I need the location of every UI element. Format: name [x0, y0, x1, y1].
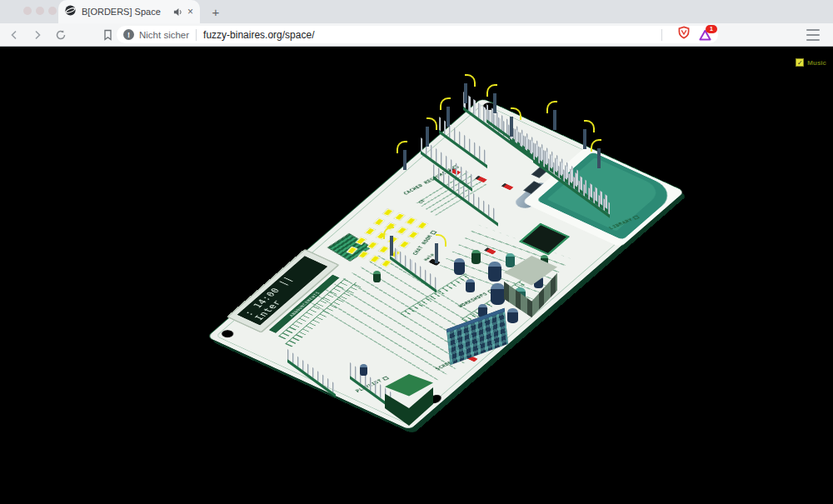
divider — [661, 29, 662, 41]
pin-yellow-wire — [403, 150, 407, 170]
capacitor — [507, 308, 518, 323]
tab-audio-speaker-icon[interactable] — [173, 7, 182, 17]
pin-yellow-wire — [553, 110, 556, 130]
extension-badge: 1 — [706, 25, 717, 33]
not-secure-warning-icon[interactable]: ! — [123, 29, 134, 40]
pin-yellow-wire — [510, 117, 513, 137]
window-close-button[interactable] — [23, 7, 32, 15]
pin-yellow-wire — [583, 129, 586, 149]
pin-yellow-wire — [446, 107, 450, 127]
pin-yellow-wire — [597, 148, 601, 168]
pin-yellow-wire — [426, 127, 429, 147]
pin-yellow-wire — [390, 236, 393, 256]
active-tab[interactable]: B[ORDERS] Space × — [58, 0, 200, 23]
window-zoom-button[interactable] — [48, 7, 57, 15]
tab-close-icon[interactable]: × — [187, 7, 193, 17]
capacitor — [488, 262, 501, 282]
bookmark-icon[interactable] — [98, 26, 117, 44]
extension-triangle-icon[interactable]: 1 — [699, 29, 711, 41]
mounting-hole — [219, 328, 236, 338]
pin-yellow-wire — [493, 93, 496, 113]
tab-favicon-globe-icon — [65, 4, 76, 19]
capacitor — [506, 253, 515, 267]
red-led — [501, 183, 514, 190]
tab-title: B[ORDERS] Space — [82, 7, 173, 17]
pin-yellow-wire — [464, 83, 467, 103]
back-button[interactable] — [5, 26, 23, 44]
menu-hamburger-icon[interactable] — [806, 29, 820, 41]
security-label: Nicht sicher — [139, 30, 189, 40]
pcb-board[interactable]: : 14:00 || Inter ANNOUNCEMENTS CACHED RE… — [207, 98, 684, 430]
capacitor — [360, 364, 367, 376]
webgl-scene[interactable]: Music : 14:00 || Inter ANNOUNCEMENTS CAC… — [0, 47, 833, 504]
window-minimize-button[interactable] — [36, 7, 44, 15]
music-checkbox-checked-icon[interactable] — [796, 58, 804, 67]
capacitor — [491, 283, 505, 305]
new-tab-button[interactable]: + — [207, 2, 225, 21]
browser-toolbar: ! Nicht sicher fuzzy-binaires.org/space/… — [0, 23, 833, 47]
tab-bar: B[ORDERS] Space × + — [0, 0, 833, 23]
url-text[interactable]: fuzzy-binaires.org/space/ — [203, 29, 655, 41]
capacitor — [471, 250, 481, 264]
brave-shields-icon[interactable] — [677, 26, 691, 43]
reload-button[interactable] — [52, 26, 70, 44]
address-bar[interactable]: ! Nicht sicher fuzzy-binaires.org/space/… — [117, 26, 718, 43]
capacitor — [466, 279, 475, 292]
label-glyph — [382, 377, 389, 381]
music-toggle[interactable]: Music — [796, 58, 826, 67]
forward-button[interactable] — [28, 26, 47, 44]
capacitor — [373, 271, 381, 282]
music-toggle-label: Music — [807, 59, 826, 67]
pin-yellow-wire — [435, 243, 438, 263]
divider — [196, 29, 197, 41]
capacitor — [454, 258, 465, 275]
